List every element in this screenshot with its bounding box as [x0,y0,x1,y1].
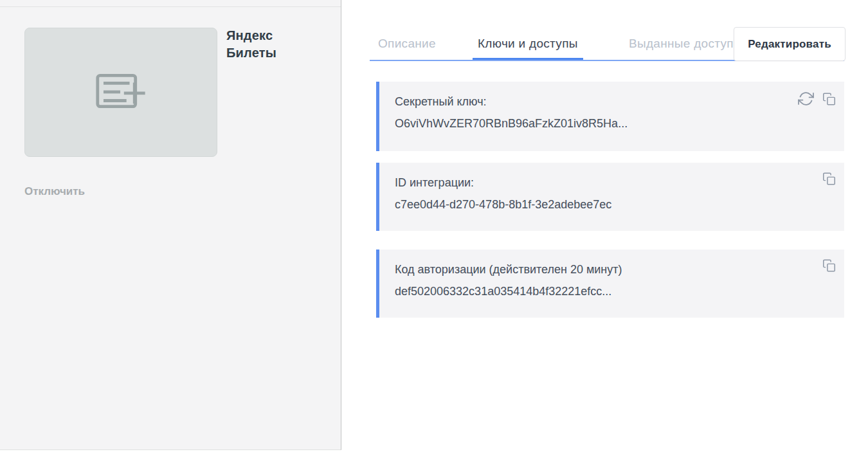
auth-code-card: Код авторизации (действителен 20 минут) … [376,250,844,318]
auth-code-value: def502006332c31a035414b4f32221efcc... [395,285,829,298]
tab-keys-and-access[interactable]: Ключи и доступы [473,37,583,51]
document-add-icon [95,73,147,112]
integration-id-value: c7ee0d44-d270-478b-8b1f-3e2adebee7ec [395,198,829,211]
integration-id-card: ID интеграции: c7ee0d44-d270-478b-8b1f-3… [376,163,844,231]
integration-id-actions [822,172,836,186]
integration-sidebar: Яндекс Билеты Отключить [0,0,341,450]
integration-id-label: ID интеграции: [395,176,829,189]
secret-key-actions [798,91,836,107]
copy-icon [822,259,836,273]
panel-top-divider [0,6,341,7]
secret-key-refresh-button[interactable] [798,91,814,107]
tab-description[interactable]: Описание [373,37,441,51]
keys-section: Секретный ключ: O6viVhWvZER70RBnB96aFzkZ… [376,82,844,318]
disconnect-link[interactable]: Отключить [24,185,85,198]
edit-button[interactable]: Редактировать [734,27,845,61]
secret-key-value: O6viVhWvZER70RBnB96aFzkZ01iv8R5Ha... [395,117,829,130]
tab-description-label: Описание [378,37,436,50]
copy-icon [822,92,836,106]
integration-logo-placeholder [24,28,217,157]
auth-code-copy-button[interactable] [822,259,836,273]
secret-key-copy-button[interactable] [822,92,836,106]
refresh-icon [798,91,814,107]
integration-id-copy-button[interactable] [822,172,836,186]
tab-issued-access-label: Выданные доступы [629,37,743,50]
secret-key-card: Секретный ключ: O6viVhWvZER70RBnB96aFzkZ… [376,82,844,151]
tab-issued-access[interactable]: Выданные доступы [624,37,748,51]
auth-code-label: Код авторизации (действителен 20 минут) [395,263,829,276]
integration-title: Яндекс Билеты [226,27,310,62]
secret-key-label: Секретный ключ: [395,95,829,108]
auth-code-actions [822,259,836,273]
copy-icon [822,172,836,186]
tab-keys-and-access-label: Ключи и доступы [478,37,578,50]
